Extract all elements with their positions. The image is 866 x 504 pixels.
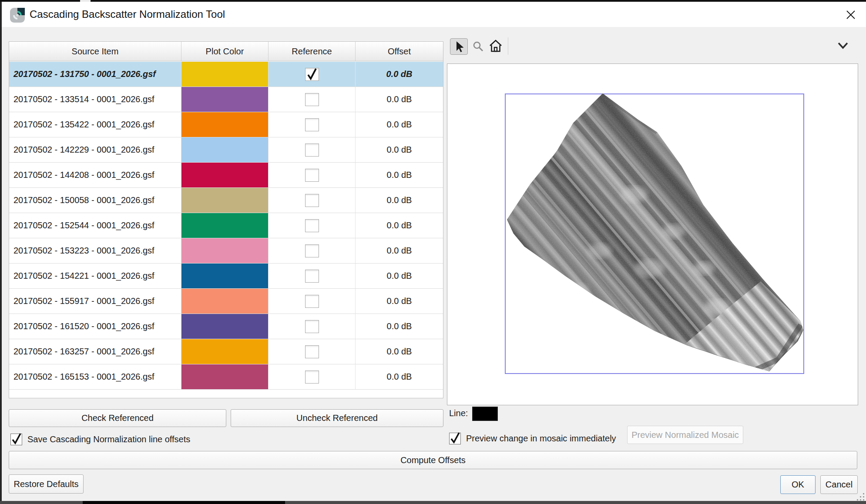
table-row[interactable]: 20170502 - 155917 - 0001_2026.gsf 0.0 dB bbox=[9, 289, 443, 314]
reference-checkbox[interactable] bbox=[305, 295, 319, 308]
check-icon bbox=[450, 432, 461, 444]
plot-color-cell[interactable] bbox=[181, 238, 269, 263]
plot-color-cell[interactable] bbox=[181, 213, 269, 238]
check-icon bbox=[11, 433, 22, 445]
table-row[interactable]: 20170502 - 150058 - 0001_2026.gsf 0.0 dB bbox=[9, 188, 443, 213]
offset-cell: 0.0 dB bbox=[356, 289, 443, 314]
offset-cell: 0.0 dB bbox=[356, 137, 443, 162]
reference-checkbox[interactable] bbox=[305, 270, 319, 283]
plot-color-cell[interactable] bbox=[181, 137, 269, 162]
source-item-cell: 20170502 - 133514 - 0001_2026.gsf bbox=[9, 87, 181, 112]
table-header-row: Source Item Plot Color Reference Offset bbox=[9, 42, 443, 61]
preview-change-label: Preview change in mosaic immediately bbox=[466, 434, 616, 444]
source-item-cell: 20170502 - 135422 - 0001_2026.gsf bbox=[9, 112, 181, 137]
plot-color-cell[interactable] bbox=[181, 314, 269, 339]
restore-defaults-button[interactable]: Restore Defaults bbox=[9, 474, 84, 494]
table-row[interactable]: 20170502 - 163257 - 0001_2026.gsf 0.0 dB bbox=[9, 339, 443, 364]
source-item-table[interactable]: Source Item Plot Color Reference Offset … bbox=[9, 41, 443, 398]
table-row[interactable]: 20170502 - 135422 - 0001_2026.gsf 0.0 dB bbox=[9, 112, 443, 137]
title-bar[interactable]: Cascading Backscatter Normalization Tool bbox=[2, 2, 866, 27]
background-window-left-edge bbox=[0, 2, 2, 501]
taskbar-strip-dark-segment bbox=[83, 501, 285, 504]
reference-cell bbox=[269, 137, 356, 162]
pointer-tool-button[interactable] bbox=[450, 38, 468, 55]
check-referenced-button[interactable]: Check Referenced bbox=[9, 409, 226, 427]
table-row[interactable]: 20170502 - 152544 - 0001_2026.gsf 0.0 dB bbox=[9, 213, 443, 238]
offset-cell: 0.0 dB bbox=[356, 87, 443, 112]
collapse-panel-button[interactable] bbox=[836, 39, 850, 52]
preview-normalized-mosaic-button[interactable]: Preview Normalized Mosaic bbox=[627, 426, 743, 444]
header-reference[interactable]: Reference bbox=[269, 42, 356, 61]
home-tool-button[interactable] bbox=[488, 39, 503, 53]
plot-color-swatch bbox=[181, 289, 268, 314]
plot-color-cell[interactable] bbox=[181, 112, 269, 137]
plot-color-cell[interactable] bbox=[181, 364, 269, 389]
reference-checkbox[interactable] bbox=[305, 345, 319, 358]
save-offsets-row: Save Cascading Normalization line offset… bbox=[10, 434, 190, 445]
reference-cell bbox=[269, 188, 356, 213]
table-row[interactable]: 20170502 - 142229 - 0001_2026.gsf 0.0 dB bbox=[9, 137, 443, 163]
plot-color-cell[interactable] bbox=[181, 62, 269, 87]
check-icon bbox=[306, 67, 318, 80]
zoom-tool-button[interactable] bbox=[472, 40, 484, 53]
header-plot-color[interactable]: Plot Color bbox=[181, 42, 269, 61]
plot-color-cell[interactable] bbox=[181, 163, 269, 187]
cascading-backscatter-dialog: Cascading Backscatter Normalization Tool… bbox=[0, 0, 866, 504]
reference-checkbox[interactable] bbox=[305, 68, 319, 81]
table-row[interactable]: 20170502 - 131750 - 0001_2026.gsf 0.0 dB bbox=[9, 62, 443, 87]
reference-checkbox[interactable] bbox=[305, 144, 319, 157]
reference-checkbox[interactable] bbox=[305, 118, 319, 131]
table-row[interactable]: 20170502 - 144208 - 0001_2026.gsf 0.0 dB bbox=[9, 163, 443, 188]
cancel-button[interactable]: Cancel bbox=[820, 475, 858, 494]
offset-cell: 0.0 dB bbox=[356, 112, 443, 137]
save-offsets-checkbox[interactable] bbox=[10, 434, 22, 445]
table-body: 20170502 - 131750 - 0001_2026.gsf 0.0 dB… bbox=[9, 62, 443, 390]
source-item-cell: 20170502 - 163257 - 0001_2026.gsf bbox=[9, 339, 181, 364]
table-row[interactable]: 20170502 - 154221 - 0001_2026.gsf 0.0 dB bbox=[9, 264, 443, 289]
reference-cell bbox=[269, 339, 356, 364]
header-offset[interactable]: Offset bbox=[356, 42, 443, 61]
mosaic-preview-panel[interactable] bbox=[447, 63, 858, 405]
source-item-cell: 20170502 - 154221 - 0001_2026.gsf bbox=[9, 264, 181, 288]
plot-color-swatch bbox=[181, 238, 268, 263]
plot-color-cell[interactable] bbox=[181, 289, 269, 314]
source-item-cell: 20170502 - 144208 - 0001_2026.gsf bbox=[9, 163, 181, 187]
table-row[interactable]: 20170502 - 153223 - 0001_2026.gsf 0.0 dB bbox=[9, 238, 443, 264]
plot-color-swatch bbox=[181, 188, 268, 213]
mosaic-canvas bbox=[447, 64, 858, 405]
plot-color-swatch bbox=[181, 112, 268, 137]
resize-grip[interactable] bbox=[856, 492, 864, 501]
line-color-swatch[interactable] bbox=[472, 407, 498, 421]
reference-checkbox[interactable] bbox=[305, 93, 319, 106]
reference-cell bbox=[269, 364, 356, 389]
reference-cell bbox=[269, 213, 356, 238]
reference-checkbox[interactable] bbox=[305, 370, 319, 384]
reference-checkbox[interactable] bbox=[305, 169, 319, 182]
reference-checkbox[interactable] bbox=[305, 320, 319, 333]
reference-checkbox[interactable] bbox=[305, 194, 319, 207]
compute-offsets-button[interactable]: Compute Offsets bbox=[9, 451, 857, 469]
reference-checkbox[interactable] bbox=[305, 219, 319, 232]
plot-color-cell[interactable] bbox=[181, 87, 269, 112]
reference-cell bbox=[269, 112, 356, 137]
table-row[interactable]: 20170502 - 165153 - 0001_2026.gsf 0.0 dB bbox=[9, 364, 443, 390]
table-row[interactable]: 20170502 - 161520 - 0001_2026.gsf 0.0 dB bbox=[9, 314, 443, 339]
reference-cell bbox=[269, 62, 356, 87]
reference-checkbox[interactable] bbox=[305, 244, 319, 257]
header-source-item[interactable]: Source Item bbox=[9, 42, 181, 61]
uncheck-referenced-button[interactable]: Uncheck Referenced bbox=[231, 409, 443, 427]
source-item-cell: 20170502 - 152544 - 0001_2026.gsf bbox=[9, 213, 181, 238]
plot-color-cell[interactable] bbox=[181, 188, 269, 213]
ok-button[interactable]: OK bbox=[780, 475, 816, 494]
close-icon[interactable] bbox=[843, 8, 858, 22]
source-item-cell: 20170502 - 165153 - 0001_2026.gsf bbox=[9, 364, 181, 389]
window-title: Cascading Backscatter Normalization Tool bbox=[30, 2, 225, 27]
plot-color-swatch bbox=[181, 314, 268, 339]
plot-color-cell[interactable] bbox=[181, 339, 269, 364]
preview-change-checkbox[interactable] bbox=[449, 433, 461, 444]
table-row[interactable]: 20170502 - 133514 - 0001_2026.gsf 0.0 dB bbox=[9, 87, 443, 112]
source-item-cell: 20170502 - 131750 - 0001_2026.gsf bbox=[9, 62, 181, 87]
plot-color-cell[interactable] bbox=[181, 264, 269, 288]
source-item-cell: 20170502 - 153223 - 0001_2026.gsf bbox=[9, 238, 181, 263]
reference-cell bbox=[269, 264, 356, 288]
